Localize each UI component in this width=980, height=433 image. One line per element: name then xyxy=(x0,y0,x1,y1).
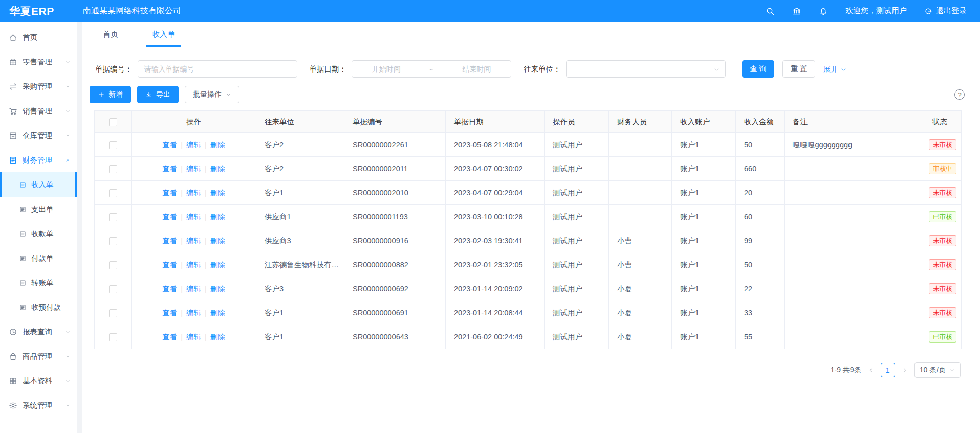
action-view[interactable]: 查看 xyxy=(162,141,177,149)
main-layout: 首页零售管理采购管理销售管理仓库管理财务管理收入单支出单收款单付款单转账单收预付… xyxy=(0,22,980,433)
purchase-icon xyxy=(9,82,17,91)
page-size-select[interactable]: 10 条/页 xyxy=(914,362,961,378)
sidebar-item-purchase[interactable]: 采购管理 xyxy=(0,74,77,99)
sidebar-item-receipt[interactable]: 收款单 xyxy=(0,221,77,246)
sidebar-item-report[interactable]: 报表查询 xyxy=(0,320,77,344)
action-view[interactable]: 查看 xyxy=(162,165,177,173)
batch-actions-button[interactable]: 批量操作 xyxy=(185,86,239,103)
date-range-picker[interactable]: ~ xyxy=(352,60,511,78)
cell-actions: 查看|编辑|删除 xyxy=(132,277,256,301)
select-all-checkbox[interactable] xyxy=(109,118,117,126)
plus-icon xyxy=(98,91,105,98)
row-checkbox[interactable] xyxy=(109,165,117,173)
cell-status: 未审核 xyxy=(924,229,962,253)
sidebar-item-expense[interactable]: 支出单 xyxy=(0,197,77,221)
sidebar-item-goods[interactable]: 商品管理 xyxy=(0,344,77,369)
action-separator: | xyxy=(181,141,183,149)
prev-page-icon[interactable] xyxy=(867,367,875,374)
action-edit[interactable]: 编辑 xyxy=(186,141,201,149)
action-delete[interactable]: 删除 xyxy=(210,189,225,197)
row-checkbox[interactable] xyxy=(109,189,117,197)
select-all-header xyxy=(95,111,132,133)
doc-icon xyxy=(19,181,27,189)
cell-unit: 客户1 xyxy=(256,181,344,205)
row-checkbox[interactable] xyxy=(109,285,117,293)
tab-bar: 首页收入单 xyxy=(82,22,980,47)
help-icon[interactable]: ? xyxy=(954,89,965,100)
action-edit[interactable]: 编辑 xyxy=(186,261,201,269)
action-view[interactable]: 查看 xyxy=(162,333,177,341)
sidebar-item-transfer[interactable]: 转账单 xyxy=(0,270,77,295)
action-delete[interactable]: 删除 xyxy=(210,333,225,341)
action-delete[interactable]: 删除 xyxy=(210,165,225,173)
sidebar-item-warehouse[interactable]: 仓库管理 xyxy=(0,123,77,148)
action-delete[interactable]: 删除 xyxy=(210,213,225,221)
action-edit[interactable]: 编辑 xyxy=(186,309,201,317)
row-checkbox[interactable] xyxy=(109,333,117,341)
cell-bill-no: SR00000000916 xyxy=(344,229,446,253)
cell-status: 未审核 xyxy=(924,301,962,325)
action-view[interactable]: 查看 xyxy=(162,309,177,317)
row-checkbox[interactable] xyxy=(109,141,117,149)
page-size-label: 10 条/页 xyxy=(920,366,946,375)
action-view[interactable]: 查看 xyxy=(162,237,177,245)
welcome-text[interactable]: 欢迎您，测试用户 xyxy=(845,6,907,16)
search-button[interactable]: 查 询 xyxy=(742,60,775,78)
logout-button[interactable]: 退出登录 xyxy=(924,6,967,16)
tab-income[interactable]: 收入单 xyxy=(146,30,181,47)
action-edit[interactable]: 编辑 xyxy=(186,165,201,173)
page-number-button[interactable]: 1 xyxy=(881,363,895,377)
action-delete[interactable]: 删除 xyxy=(210,261,225,269)
action-edit[interactable]: 编辑 xyxy=(186,189,201,197)
search-icon[interactable] xyxy=(766,7,775,16)
sidebar-item-sales[interactable]: 销售管理 xyxy=(0,99,77,123)
app-logo[interactable]: 华夏ERP xyxy=(0,4,77,18)
row-checkbox[interactable] xyxy=(109,213,117,221)
sidebar-item-retail[interactable]: 零售管理 xyxy=(0,50,77,74)
export-button[interactable]: 导出 xyxy=(137,86,179,103)
bill-no-input[interactable] xyxy=(138,60,297,78)
action-edit[interactable]: 编辑 xyxy=(186,285,201,293)
action-view[interactable]: 查看 xyxy=(162,189,177,197)
basedata-icon xyxy=(9,377,17,385)
action-delete[interactable]: 删除 xyxy=(210,141,225,149)
add-button[interactable]: 新增 xyxy=(90,86,131,103)
row-checkbox[interactable] xyxy=(109,237,117,245)
cell-unit: 供应商3 xyxy=(256,229,344,253)
sidebar-item-income[interactable]: 收入单 xyxy=(0,172,77,197)
expand-link[interactable]: 展开 xyxy=(823,64,847,74)
sidebar-item-advance[interactable]: 收预付款 xyxy=(0,295,77,320)
sales-icon xyxy=(9,107,17,116)
bell-icon[interactable] xyxy=(819,7,828,16)
action-view[interactable]: 查看 xyxy=(162,285,177,293)
action-view[interactable]: 查看 xyxy=(162,261,177,269)
action-delete[interactable]: 删除 xyxy=(210,237,225,245)
row-select-cell xyxy=(95,277,132,301)
action-edit[interactable]: 编辑 xyxy=(186,213,201,221)
action-edit[interactable]: 编辑 xyxy=(186,237,201,245)
action-delete[interactable]: 删除 xyxy=(210,309,225,317)
col-header-actions: 操作 xyxy=(132,111,256,133)
action-separator: | xyxy=(205,141,207,149)
action-delete[interactable]: 删除 xyxy=(210,285,225,293)
col-header-amount: 收入金额 xyxy=(736,111,785,133)
add-label: 新增 xyxy=(108,90,123,99)
tab-home[interactable]: 首页 xyxy=(97,30,124,47)
status-badge: 已审核 xyxy=(929,331,956,343)
sidebar-item-basedata[interactable]: 基本资料 xyxy=(0,369,77,393)
sidebar-item-system[interactable]: 系统管理 xyxy=(0,393,77,418)
row-checkbox[interactable] xyxy=(109,261,117,269)
action-view[interactable]: 查看 xyxy=(162,213,177,221)
date-end-input[interactable] xyxy=(443,64,511,74)
platform-icon[interactable] xyxy=(792,7,801,16)
sidebar-item-finance[interactable]: 财务管理 xyxy=(0,148,77,172)
next-page-icon[interactable] xyxy=(901,367,908,374)
unit-select[interactable] xyxy=(566,60,726,78)
sidebar-item-home[interactable]: 首页 xyxy=(0,25,77,50)
date-start-input[interactable] xyxy=(352,64,420,74)
chevron-down-icon xyxy=(713,66,720,73)
sidebar-item-payment[interactable]: 付款单 xyxy=(0,246,77,270)
reset-button[interactable]: 重 置 xyxy=(782,60,815,78)
row-checkbox[interactable] xyxy=(109,309,117,317)
action-edit[interactable]: 编辑 xyxy=(186,333,201,341)
